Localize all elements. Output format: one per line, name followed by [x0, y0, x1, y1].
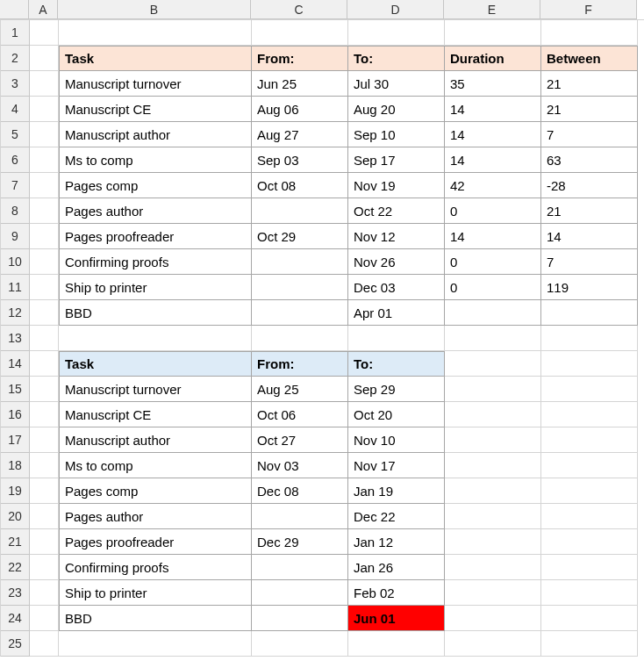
cell-D9[interactable]: Nov 12: [348, 224, 445, 249]
row-21-header[interactable]: 21: [1, 529, 30, 555]
row-24-header[interactable]: 24: [1, 606, 30, 631]
cell-B12[interactable]: BBD: [59, 300, 252, 326]
cell-A15[interactable]: [30, 377, 59, 402]
cell-F10[interactable]: 7: [541, 249, 638, 275]
cell-F23[interactable]: [541, 580, 638, 606]
cell-C3[interactable]: Jun 25: [252, 71, 348, 97]
cell-C21[interactable]: Dec 29: [252, 529, 348, 555]
cell-C19[interactable]: Dec 08: [252, 478, 348, 504]
cell-D25[interactable]: [348, 631, 445, 657]
cell-C14[interactable]: From:: [252, 351, 348, 377]
cell-D23[interactable]: Feb 02: [348, 580, 445, 606]
cell-C1[interactable]: [252, 20, 348, 46]
cell-A17[interactable]: [30, 427, 59, 453]
cell-B21[interactable]: Pages proofreader: [59, 529, 252, 555]
cell-F3[interactable]: 21: [541, 71, 638, 97]
col-e-header[interactable]: E: [444, 0, 540, 19]
cell-D24[interactable]: Jun 01: [348, 606, 445, 631]
cell-A23[interactable]: [30, 580, 59, 606]
cell-B5[interactable]: Manuscript author: [59, 122, 252, 147]
cell-D13[interactable]: [348, 326, 445, 351]
row-8-header[interactable]: 8: [1, 198, 30, 224]
cell-C10[interactable]: [252, 249, 348, 275]
cell-C13[interactable]: [252, 326, 348, 351]
cell-F1[interactable]: [541, 20, 638, 46]
row-12-header[interactable]: 12: [1, 300, 30, 326]
cell-B11[interactable]: Ship to printer: [59, 275, 252, 300]
cell-D15[interactable]: Sep 29: [348, 377, 445, 402]
row-9-header[interactable]: 9: [1, 224, 30, 249]
cell-F11[interactable]: 119: [541, 275, 638, 300]
cell-E21[interactable]: [445, 529, 541, 555]
row-11-header[interactable]: 11: [1, 275, 30, 300]
cell-E1[interactable]: [445, 20, 541, 46]
cell-E11[interactable]: 0: [445, 275, 541, 300]
cell-B7[interactable]: Pages comp: [59, 173, 252, 198]
row-16-header[interactable]: 16: [1, 402, 30, 427]
cell-F21[interactable]: [541, 529, 638, 555]
cell-D19[interactable]: Jan 19: [348, 478, 445, 504]
cell-D6[interactable]: Sep 17: [348, 147, 445, 173]
cell-C16[interactable]: Oct 06: [252, 402, 348, 427]
cell-A2[interactable]: [30, 46, 59, 71]
spreadsheet-grid[interactable]: 12TaskFrom:To:DurationBetween3Manuscript…: [0, 19, 644, 657]
cell-F18[interactable]: [541, 453, 638, 478]
cell-F17[interactable]: [541, 427, 638, 453]
cell-A4[interactable]: [30, 97, 59, 122]
cell-A1[interactable]: [30, 20, 59, 46]
cell-A8[interactable]: [30, 198, 59, 224]
col-f-header[interactable]: F: [540, 0, 637, 19]
cell-F6[interactable]: 63: [541, 147, 638, 173]
cell-D2[interactable]: To:: [348, 46, 445, 71]
col-b-header[interactable]: B: [58, 0, 251, 19]
cell-E12[interactable]: [445, 300, 541, 326]
cell-D8[interactable]: Oct 22: [348, 198, 445, 224]
cell-F19[interactable]: [541, 478, 638, 504]
cell-A5[interactable]: [30, 122, 59, 147]
cell-C23[interactable]: [252, 580, 348, 606]
cell-E7[interactable]: 42: [445, 173, 541, 198]
cell-B13[interactable]: [59, 326, 252, 351]
cell-B23[interactable]: Ship to printer: [59, 580, 252, 606]
cell-D11[interactable]: Dec 03: [348, 275, 445, 300]
cell-E22[interactable]: [445, 555, 541, 580]
cell-A18[interactable]: [30, 453, 59, 478]
cell-A21[interactable]: [30, 529, 59, 555]
cell-B1[interactable]: [59, 20, 252, 46]
cell-B4[interactable]: Manuscript CE: [59, 97, 252, 122]
cell-F5[interactable]: 7: [541, 122, 638, 147]
cell-B16[interactable]: Manuscript CE: [59, 402, 252, 427]
cell-D22[interactable]: Jan 26: [348, 555, 445, 580]
cell-E25[interactable]: [445, 631, 541, 657]
row-7-header[interactable]: 7: [1, 173, 30, 198]
cell-D21[interactable]: Jan 12: [348, 529, 445, 555]
cell-B17[interactable]: Manuscript author: [59, 427, 252, 453]
cell-F14[interactable]: [541, 351, 638, 377]
cell-A22[interactable]: [30, 555, 59, 580]
row-18-header[interactable]: 18: [1, 453, 30, 478]
cell-C2[interactable]: From:: [252, 46, 348, 71]
cell-E6[interactable]: 14: [445, 147, 541, 173]
cell-C17[interactable]: Oct 27: [252, 427, 348, 453]
row-17-header[interactable]: 17: [1, 427, 30, 453]
cell-E10[interactable]: 0: [445, 249, 541, 275]
cell-B6[interactable]: Ms to comp: [59, 147, 252, 173]
cell-A6[interactable]: [30, 147, 59, 173]
cell-E14[interactable]: [445, 351, 541, 377]
cell-D3[interactable]: Jul 30: [348, 71, 445, 97]
cell-C9[interactable]: Oct 29: [252, 224, 348, 249]
select-all-corner[interactable]: [0, 0, 29, 19]
cell-F25[interactable]: [541, 631, 638, 657]
cell-B19[interactable]: Pages comp: [59, 478, 252, 504]
cell-D12[interactable]: Apr 01: [348, 300, 445, 326]
row-14-header[interactable]: 14: [1, 351, 30, 377]
cell-F16[interactable]: [541, 402, 638, 427]
cell-F2[interactable]: Between: [541, 46, 638, 71]
cell-C5[interactable]: Aug 27: [252, 122, 348, 147]
cell-E9[interactable]: 14: [445, 224, 541, 249]
col-d-header[interactable]: D: [347, 0, 444, 19]
cell-B8[interactable]: Pages author: [59, 198, 252, 224]
cell-A7[interactable]: [30, 173, 59, 198]
cell-B2[interactable]: Task: [59, 46, 252, 71]
cell-F20[interactable]: [541, 504, 638, 529]
